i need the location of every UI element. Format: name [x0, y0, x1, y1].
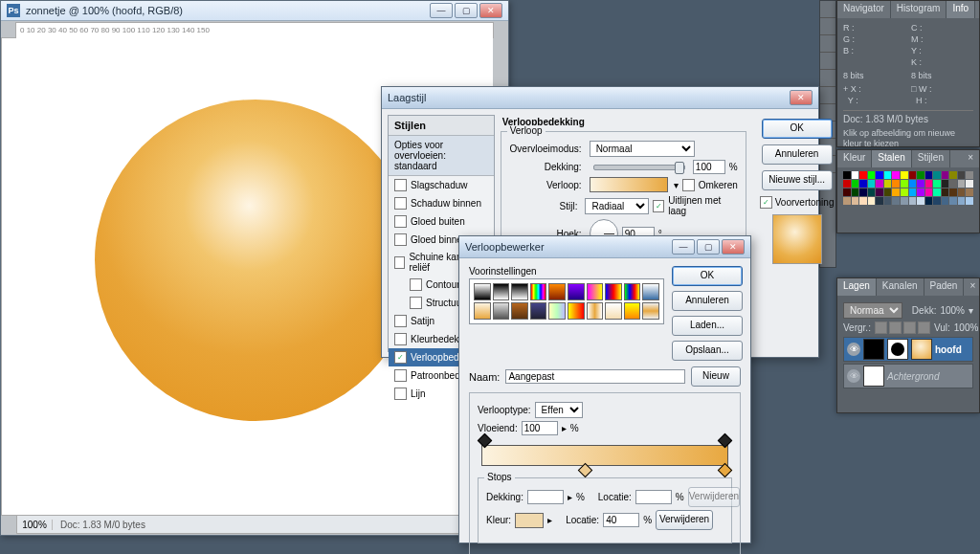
- swatch[interactable]: [925, 188, 933, 196]
- layer-row[interactable]: 👁Achtergrond: [843, 364, 973, 388]
- swatch[interactable]: [884, 171, 892, 179]
- delete-colorstop-button[interactable]: Verwijderen: [656, 510, 713, 530]
- maximize-button[interactable]: ▢: [455, 3, 478, 18]
- preset-swatch[interactable]: [587, 283, 604, 300]
- swatch[interactable]: [852, 180, 859, 188]
- preset-swatch[interactable]: [474, 283, 491, 300]
- tab-stalen[interactable]: Stalen: [872, 150, 911, 167]
- swatch[interactable]: [876, 171, 883, 179]
- tab-info[interactable]: Info: [947, 1, 975, 18]
- load-button[interactable]: Laden...: [672, 316, 743, 336]
- style-checkbox[interactable]: [394, 333, 407, 345]
- new-button[interactable]: Nieuw: [691, 366, 741, 387]
- style-checkbox[interactable]: [410, 297, 422, 309]
- preview-checkbox[interactable]: ✓: [760, 196, 772, 209]
- swatch[interactable]: [892, 171, 900, 179]
- swatch[interactable]: [949, 171, 957, 179]
- style-checkbox[interactable]: [394, 315, 407, 327]
- swatch[interactable]: [892, 180, 900, 188]
- swatch[interactable]: [859, 188, 867, 196]
- swatch[interactable]: [933, 188, 941, 196]
- cancel-button[interactable]: Annuleren: [672, 291, 743, 311]
- visibility-icon[interactable]: 👁: [847, 369, 860, 383]
- swatch[interactable]: [868, 171, 876, 179]
- preset-swatch[interactable]: [624, 302, 641, 320]
- preset-swatch[interactable]: [474, 302, 491, 320]
- gradient-swatch[interactable]: [590, 177, 668, 192]
- swatch[interactable]: [925, 171, 933, 179]
- preset-swatch[interactable]: [568, 302, 585, 320]
- swatch[interactable]: [958, 180, 966, 188]
- swatch[interactable]: [843, 171, 851, 179]
- type-select[interactable]: Effen: [535, 402, 583, 418]
- tab-histogram[interactable]: Histogram: [891, 1, 947, 18]
- preset-swatch[interactable]: [548, 283, 566, 300]
- swatch[interactable]: [942, 180, 949, 188]
- swatch[interactable]: [901, 180, 908, 188]
- swatch[interactable]: [942, 188, 949, 196]
- swatch[interactable]: [909, 180, 917, 188]
- swatch[interactable]: [884, 180, 892, 188]
- swatch[interactable]: [925, 180, 933, 188]
- style-item[interactable]: Gloed buiten: [389, 212, 494, 231]
- close-icon[interactable]: ×: [964, 278, 980, 296]
- swatch[interactable]: [884, 188, 892, 196]
- style-checkbox[interactable]: [394, 215, 407, 228]
- preset-swatch[interactable]: [530, 283, 547, 300]
- stop-location2-input[interactable]: [603, 513, 639, 527]
- close-icon[interactable]: ✕: [722, 239, 745, 255]
- preset-swatch[interactable]: [548, 302, 566, 320]
- style-list-header[interactable]: Stijlen: [389, 116, 494, 136]
- swatch[interactable]: [933, 180, 941, 188]
- close-icon[interactable]: ✕: [790, 90, 813, 105]
- swatch[interactable]: [843, 188, 851, 196]
- blendmode-select[interactable]: Normaal: [590, 141, 695, 157]
- tab-paden[interactable]: Paden: [924, 278, 965, 296]
- style-checkbox[interactable]: [394, 256, 405, 269]
- zoom-readout[interactable]: 100%: [17, 520, 53, 530]
- swatch[interactable]: [909, 188, 917, 196]
- opacity-slider[interactable]: [593, 165, 685, 170]
- swatch[interactable]: [966, 171, 973, 179]
- swatch[interactable]: [843, 180, 851, 188]
- new-style-button[interactable]: Nieuwe stijl...: [762, 170, 833, 190]
- ok-button[interactable]: OK: [672, 266, 743, 286]
- swatch[interactable]: [884, 197, 892, 205]
- opacity-input[interactable]: [693, 160, 725, 174]
- swatch[interactable]: [966, 188, 973, 196]
- tab-kleur[interactable]: Kleur: [837, 150, 872, 167]
- style-select[interactable]: Radiaal: [585, 198, 648, 214]
- maximize-button[interactable]: ▢: [697, 239, 720, 255]
- save-button[interactable]: Opslaan...: [672, 341, 743, 361]
- swatch[interactable]: [859, 180, 867, 188]
- swatch[interactable]: [876, 188, 883, 196]
- swatches-grid[interactable]: [843, 171, 973, 205]
- swatch[interactable]: [868, 180, 876, 188]
- preset-swatch[interactable]: [605, 302, 622, 320]
- document-titlebar[interactable]: Ps zonnetje @ 100% (hoofd, RGB/8) — ▢ ✕: [1, 1, 508, 21]
- swatch[interactable]: [949, 197, 957, 205]
- swatch[interactable]: [933, 171, 941, 179]
- swatch[interactable]: [917, 188, 924, 196]
- layer-style-titlebar[interactable]: Laagstijl ✕: [382, 87, 818, 109]
- swatch[interactable]: [966, 180, 973, 188]
- minimize-button[interactable]: —: [672, 239, 695, 255]
- swatch[interactable]: [949, 180, 957, 188]
- swatch[interactable]: [966, 197, 973, 205]
- style-checkbox[interactable]: ✓: [394, 351, 407, 364]
- swatch[interactable]: [852, 188, 859, 196]
- style-item[interactable]: Slagschaduw: [389, 176, 494, 194]
- style-checkbox[interactable]: [394, 369, 407, 382]
- tab-stijlen[interactable]: Stijlen: [912, 150, 950, 167]
- swatch[interactable]: [958, 197, 966, 205]
- preset-swatch[interactable]: [493, 283, 510, 300]
- presets-grid[interactable]: [469, 278, 664, 324]
- opacity-stop[interactable]: [478, 433, 493, 449]
- swatch[interactable]: [917, 180, 924, 188]
- swatch[interactable]: [901, 188, 908, 196]
- gradient-bar[interactable]: [481, 445, 728, 466]
- preset-swatch[interactable]: [605, 283, 622, 300]
- reverse-checkbox[interactable]: [682, 179, 695, 191]
- swatch[interactable]: [901, 197, 908, 205]
- swatch[interactable]: [958, 171, 966, 179]
